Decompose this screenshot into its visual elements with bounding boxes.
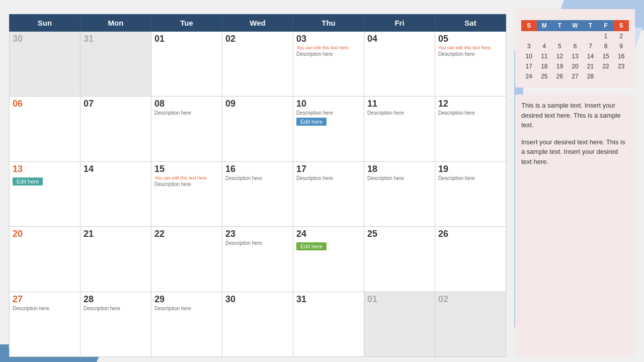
calendar-day-17-2: 17Description here — [293, 161, 364, 226]
calendar-day-13-2: 13Edit here — [10, 161, 80, 226]
main-calendar-table: SunMonTueWedThuFriSat 3031010203You can … — [9, 14, 506, 357]
mini-day-2-6: 16 — [613, 51, 629, 61]
day-number: 19 — [438, 164, 503, 174]
day-description: Description here — [13, 306, 77, 311]
day-number: 03 — [296, 34, 361, 44]
edit-badge[interactable]: Edit here — [13, 177, 43, 186]
calendar-day-09-1: 09 — [222, 97, 293, 161]
mini-col-2: T — [552, 20, 568, 31]
mini-day-3-6: 23 — [613, 61, 629, 71]
mini-day-4-5 — [598, 71, 614, 81]
calendar-day-11-1: 11Description here — [364, 97, 435, 161]
mini-day-2-2: 12 — [552, 51, 568, 61]
day-number: 11 — [367, 99, 432, 109]
day-number: 31 — [84, 34, 148, 44]
day-number: 05 — [438, 34, 503, 44]
mini-calendar-box: SMTWTFS 12345678910111213141516171819202… — [515, 9, 635, 87]
mini-week-3: 17181920212223 — [521, 61, 629, 71]
day-description: Description here — [154, 306, 219, 311]
sample-text-box: This is a sample text. Insert your desir… — [515, 95, 635, 357]
calendar-day-26-3: 26 — [435, 227, 506, 292]
mini-week-4: 2425262728 — [521, 71, 629, 81]
day-number: 16 — [225, 164, 290, 174]
col-header-sun: Sun — [10, 15, 80, 32]
edit-note: You can edit this text here. — [154, 175, 219, 180]
mini-day-4-6 — [613, 71, 629, 81]
mini-week-2: 10111213141516 — [521, 51, 629, 61]
col-header-thu: Thu — [293, 15, 364, 32]
day-description: Description here — [225, 240, 290, 246]
mini-col-0: S — [521, 20, 537, 31]
calendar-week-1: 060708Description here0910Description he… — [10, 97, 506, 161]
calendar-day-01-4: 01 — [364, 292, 435, 356]
sample-text-1: This is a sample text. Insert your desir… — [521, 101, 629, 130]
calendar-day-12-1: 12Description here — [435, 97, 506, 161]
day-number: 14 — [84, 164, 148, 174]
calendar-day-30-4: 30 — [222, 292, 293, 356]
calendar-day-06-1: 06 — [10, 97, 80, 161]
calendar-day-25-3: 25 — [364, 227, 435, 292]
mini-day-1-3: 6 — [568, 41, 583, 51]
day-number: 27 — [13, 294, 77, 305]
mini-day-3-2: 19 — [552, 61, 568, 71]
day-number: 06 — [13, 99, 77, 109]
day-number: 02 — [438, 294, 503, 305]
mini-col-3: W — [568, 20, 583, 31]
calendar-day-31-0: 31 — [80, 32, 151, 97]
calendar-day-23-3: 23Description here — [222, 227, 293, 292]
mini-day-3-5: 22 — [598, 61, 614, 71]
mini-day-4-4: 28 — [583, 71, 598, 81]
day-number: 20 — [13, 229, 77, 239]
calendar-day-05-0: 05You can edit this text here.Descriptio… — [435, 32, 506, 97]
day-number: 31 — [296, 294, 361, 305]
day-description: Description here — [438, 175, 503, 181]
calendar-day-31-4: 31 — [293, 292, 364, 356]
mini-day-4-2: 26 — [552, 71, 568, 81]
calendar-header-row: SunMonTueWedThuFriSat — [10, 15, 506, 32]
mini-day-2-0: 10 — [521, 51, 537, 61]
calendar-day-19-2: 19Description here — [435, 161, 506, 226]
day-number: 18 — [367, 164, 432, 174]
mini-week-1: 3456789 — [521, 41, 629, 51]
col-header-mon: Mon — [80, 15, 151, 32]
mini-day-0-3 — [568, 31, 583, 41]
calendar-day-04-0: 04 — [364, 32, 435, 97]
day-description: Description here — [154, 110, 219, 116]
sample-text-2: Insert your desired text here. This is a… — [521, 137, 629, 167]
edit-badge[interactable]: Edit here — [296, 118, 327, 126]
day-number: 10 — [296, 99, 361, 109]
day-description: Description here — [438, 110, 503, 116]
mini-day-3-1: 18 — [537, 61, 552, 71]
day-number: 24 — [296, 229, 361, 239]
mini-day-3-0: 17 — [521, 61, 537, 71]
day-number: 30 — [13, 34, 77, 44]
calendar-day-28-4: 28Description here — [80, 292, 151, 356]
edit-badge[interactable]: Edit here — [296, 242, 327, 250]
mini-calendar-table: SMTWTFS 12345678910111213141516171819202… — [521, 20, 629, 81]
day-description: Description here — [154, 182, 219, 187]
mini-col-4: T — [583, 20, 598, 31]
day-number: 28 — [84, 294, 148, 305]
day-number: 07 — [84, 99, 148, 109]
day-number: 23 — [225, 229, 290, 239]
mini-day-2-1: 11 — [537, 51, 552, 61]
right-sidebar: SMTWTFS 12345678910111213141516171819202… — [515, 9, 635, 357]
mini-col-6: S — [613, 20, 629, 31]
mini-day-4-3: 27 — [568, 71, 583, 81]
calendar-day-29-4: 29Description here — [151, 292, 222, 356]
day-description: Description here — [296, 110, 361, 116]
day-number: 26 — [438, 229, 503, 239]
mini-day-0-4 — [583, 31, 598, 41]
calendar-day-16-2: 16Description here — [222, 161, 293, 226]
day-number: 02 — [225, 34, 290, 44]
edit-note: You can edit this text here. — [438, 45, 503, 50]
mini-day-3-4: 21 — [583, 61, 598, 71]
calendar-day-01-0: 01 — [151, 32, 222, 97]
day-number: 25 — [367, 229, 432, 239]
day-number: 29 — [154, 294, 219, 305]
mini-day-1-4: 7 — [583, 41, 598, 51]
day-number: 30 — [225, 294, 290, 305]
calendar-day-10-1: 10Description hereEdit here — [293, 97, 364, 161]
day-number: 01 — [154, 34, 219, 44]
mini-day-0-5: 1 — [598, 31, 614, 41]
